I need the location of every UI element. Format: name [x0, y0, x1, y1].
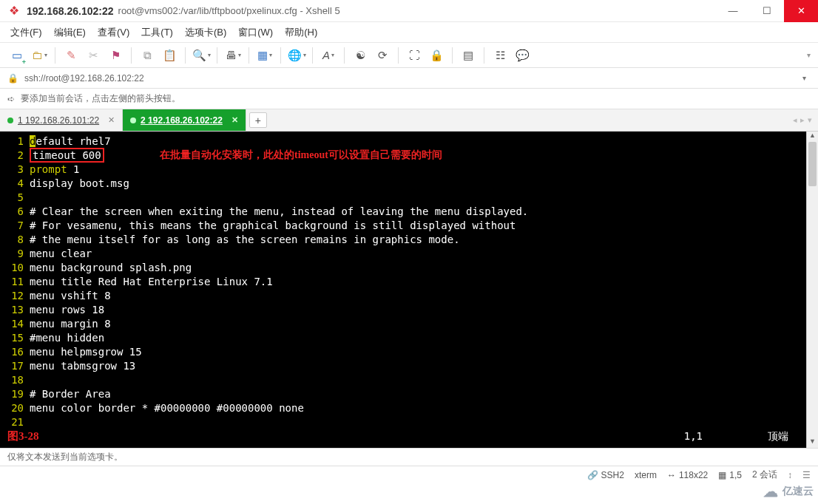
status-list-icon[interactable]: ☰ [802, 470, 811, 480]
line-text: # Clear the screen when exiting the menu… [30, 205, 528, 219]
line-number: 1 [0, 134, 30, 149]
status-updown-icon[interactable]: ↕ [788, 470, 792, 480]
terminal-line: 13menu rows 18 [0, 303, 806, 317]
new-session-icon[interactable]: ▭ [7, 46, 27, 65]
xagent-icon[interactable]: ☯ [351, 46, 370, 65]
terminal-line: 3prompt 1 [0, 163, 806, 177]
terminal[interactable]: 1default rhel72timeout 6003prompt 14disp… [0, 132, 806, 448]
toolbar-sep [249, 47, 249, 64]
open-folder-icon[interactable]: 🗀 [30, 46, 49, 65]
menu-edit[interactable]: 编辑(E) [54, 26, 86, 39]
toolbar-overflow-icon[interactable]: ▾ [807, 51, 811, 59]
tab-nav: ◂ ▸ ▾ [787, 109, 818, 131]
find-icon[interactable]: 🔍 [192, 46, 211, 65]
session-tab-1[interactable]: 1 192.168.26.101:22 ✕ [0, 109, 123, 131]
menu-window[interactable]: 窗口(W) [238, 26, 273, 39]
line-number: 20 [0, 401, 30, 415]
close-icon[interactable]: ✕ [108, 115, 115, 125]
line-number: 2 [0, 149, 30, 163]
close-button[interactable]: ✕ [784, 0, 818, 22]
terminal-line: 21 [0, 415, 806, 429]
menu-tabs[interactable]: 选项卡(B) [185, 26, 226, 39]
tab-next-icon[interactable]: ▸ [800, 115, 805, 125]
script-icon[interactable]: ☷ [490, 46, 510, 65]
tab-prev-icon[interactable]: ◂ [793, 115, 797, 125]
status-protocol: 🔗SSH2 [587, 470, 624, 480]
terminal-line: 1default rhel7 [0, 134, 806, 149]
minimize-button[interactable]: — [716, 0, 750, 22]
font-icon[interactable]: A [319, 46, 338, 65]
statusbar: 🔗SSH2 xterm ↔118x22 ▦1,5 2 会话 ↕ ☰ [0, 466, 818, 483]
menu-tools[interactable]: 工具(T) [141, 26, 173, 39]
terminal-line: 18 [0, 373, 806, 387]
new-tab-button[interactable]: + [249, 112, 267, 128]
line-text: menu rows 18 [30, 303, 104, 317]
session-tabstrip: 1 192.168.26.101:22 ✕ 2 192.168.26.102:2… [0, 109, 818, 132]
line-text: timeout 600 [30, 149, 104, 163]
connection-status-icon [130, 118, 136, 123]
toolbar-sep [55, 47, 55, 64]
line-number: 21 [0, 415, 30, 429]
line-text: menu helpmsgrow 15 [30, 345, 142, 359]
maximize-button[interactable]: ☐ [750, 0, 784, 22]
properties-icon[interactable]: ⚑ [106, 46, 125, 65]
figure-label: 图3-28 [7, 429, 39, 443]
line-text: menu color border * #00000000 #00000000 … [30, 401, 304, 415]
reconnect-icon[interactable]: ✎ [61, 46, 81, 65]
address-dropdown-icon[interactable]: ▾ [798, 74, 811, 82]
line-number: 14 [0, 317, 30, 331]
line-number: 4 [0, 177, 30, 191]
close-icon[interactable]: ✕ [231, 115, 238, 125]
encoding-icon[interactable]: 🌐 [287, 46, 306, 65]
line-text: menu tabmsgrow 13 [30, 359, 135, 373]
paste-icon[interactable]: 📋 [160, 46, 179, 65]
line-number: 16 [0, 345, 30, 359]
menu-file[interactable]: 文件(F) [10, 26, 42, 39]
tab-list-icon[interactable]: ▾ [808, 115, 812, 125]
toolbar-sep [452, 47, 453, 64]
scroll-thumb[interactable] [808, 142, 817, 186]
line-text: display boot.msg [30, 177, 129, 191]
terminal-line: 16menu helpmsgrow 15 [0, 345, 806, 359]
info-hint: 要添加当前会话，点击左侧的箭头按钮。 [21, 92, 180, 105]
line-number: 17 [0, 359, 30, 373]
scroll-down-icon[interactable]: ▼ [807, 437, 818, 448]
toolbar-sep [344, 47, 345, 64]
xftp-icon[interactable]: ⟳ [373, 46, 392, 65]
copy-icon[interactable]: ⧉ [138, 46, 157, 65]
session-tab-label: 1 192.168.26.101:22 [18, 115, 99, 126]
line-number: 5 [0, 191, 30, 205]
fullscreen-icon[interactable]: ⛶ [405, 46, 424, 65]
footer-hint-bar: 仅将文本发送到当前选项卡。 [0, 448, 818, 466]
terminal-line: 17menu tabmsgrow 13 [0, 359, 806, 373]
lock-icon[interactable]: 🔒 [427, 46, 446, 65]
line-number: 10 [0, 261, 30, 275]
disconnect-icon[interactable]: ✂ [84, 46, 103, 65]
line-number: 13 [0, 303, 30, 317]
line-number: 15 [0, 331, 30, 345]
address-url[interactable]: ssh://root@192.168.26.102:22 [24, 73, 792, 84]
menu-view[interactable]: 查看(V) [98, 26, 129, 39]
session-tab-label: 2 192.168.26.102:22 [141, 115, 223, 126]
toolbar: ▭ 🗀 ✎ ✂ ⚑ ⧉ 📋 🔍 🖶 ▦ 🌐 A ☯ ⟳ ⛶ 🔒 ▤ ☷ 💬 ▾ [0, 43, 818, 68]
window-controls: — ☐ ✕ [716, 0, 818, 22]
link-icon: 🔗 [587, 470, 598, 480]
terminal-line: 10menu background splash.png [0, 261, 806, 275]
terminal-scrollbar[interactable]: ▲ ▼ [806, 132, 818, 448]
line-number: 9 [0, 247, 30, 261]
status-sessions: 2 会话 [752, 469, 777, 481]
compose-icon[interactable]: 💬 [513, 46, 532, 65]
terminal-line: 6# Clear the screen when exiting the men… [0, 205, 806, 219]
toolbar-sep [484, 47, 484, 64]
terminal-line: 12menu vshift 8 [0, 289, 806, 303]
add-session-icon[interactable]: ➪ [7, 94, 15, 104]
terminal-line: 8# the menu itself for as long as the sc… [0, 233, 806, 247]
print-icon[interactable]: 🖶 [223, 46, 243, 65]
highlight-icon[interactable]: ▤ [459, 46, 478, 65]
color-scheme-icon[interactable]: ▦ [255, 46, 274, 65]
line-number: 18 [0, 373, 30, 387]
footer-hint: 仅将文本发送到当前选项卡。 [7, 451, 123, 463]
session-tab-2-active[interactable]: 2 192.168.26.102:22 ✕ [123, 109, 246, 131]
scroll-up-icon[interactable]: ▲ [807, 132, 818, 142]
menu-help[interactable]: 帮助(H) [285, 26, 317, 39]
